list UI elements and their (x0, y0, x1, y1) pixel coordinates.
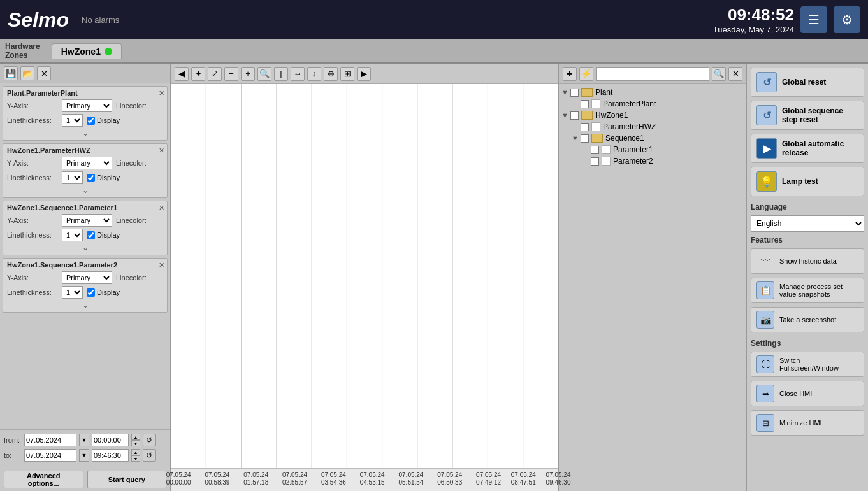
tree-node-3[interactable]: ParameterHWZ (561, 121, 744, 132)
open-button[interactable]: 📂 (20, 66, 34, 80)
switch-fullscreen-button[interactable]: ⛶ SwitchFullscreen/Window (751, 352, 864, 377)
take-screenshot-icon: 📷 (756, 311, 774, 329)
settings-icon-btn[interactable]: ☰ (800, 6, 827, 33)
y-axis-label-3: Y-Axis: (7, 274, 58, 281)
y-axis-select-0[interactable]: Primary Secondary (62, 99, 112, 112)
display-checkbox-0[interactable] (87, 117, 95, 125)
tree-node-0[interactable]: ▼ Plant (561, 87, 744, 98)
tree-expand-4[interactable]: ▼ (572, 134, 579, 142)
show-historic-icon: 〰 (756, 252, 774, 270)
time-axis-label-10: 07.05.2409:46:30 (546, 471, 571, 487)
lightning-btn[interactable]: ⚡ (579, 67, 593, 81)
param-card-close-2[interactable]: ✕ (159, 204, 164, 212)
chart-separator-v[interactable]: | (274, 67, 288, 81)
chart-nav-left[interactable]: ◀ (175, 67, 189, 81)
param-card-close-1[interactable]: ✕ (159, 146, 164, 155)
global-reset-button[interactable]: ↺ Global reset (751, 68, 864, 97)
add-node-btn[interactable]: + (563, 67, 577, 81)
global-seq-reset-label: Global sequencestep reset (782, 106, 843, 124)
chart-zoom-fit[interactable]: ⤢ (208, 67, 222, 81)
to-time-down[interactable]: ▼ (131, 455, 140, 462)
thickness-select-0[interactable]: 1 2 3 (62, 114, 83, 127)
display-checkbox-3[interactable] (87, 288, 95, 297)
chart-arrows-v[interactable]: ↕ (307, 67, 321, 81)
thickness-select-3[interactable]: 1 2 3 (62, 286, 83, 299)
tree-checkbox-3[interactable] (581, 123, 589, 131)
chart-zoom-plus[interactable]: + (241, 67, 255, 81)
y-axis-select-1[interactable]: Primary Secondary (62, 157, 112, 169)
chart-nav-right[interactable]: ▶ (357, 67, 371, 81)
tree-expand-5[interactable] (582, 146, 590, 153)
tree-node-5[interactable]: Parameter1 (561, 144, 744, 155)
tree-node-label-0: Plant (595, 88, 612, 97)
save-button[interactable]: 💾 (4, 66, 18, 80)
tree-checkbox-1[interactable] (581, 100, 589, 108)
time-axis: 07.05.2400:00:0007.05.2400:58:3907.05.24… (171, 468, 558, 491)
minimize-hmi-button[interactable]: ⊟ Minimize HMI (751, 410, 864, 436)
manage-snapshots-button[interactable]: 📋 Manage process setvalue snapshots (751, 278, 864, 303)
start-query-button[interactable]: Start query (87, 471, 167, 488)
tree-node-4[interactable]: ▼ Sequence1 (561, 132, 744, 144)
tree-clear-btn[interactable]: ✕ (728, 67, 742, 81)
from-calendar-btn[interactable]: ▼ (79, 434, 89, 446)
display-checkbox-label-0: Display (87, 117, 120, 125)
tree-expand-0[interactable]: ▼ (561, 89, 569, 96)
y-axis-select-2[interactable]: Primary Secondary (62, 214, 112, 227)
tree-search-input[interactable] (596, 67, 709, 81)
advanced-options-button[interactable]: Advancedoptions... (4, 471, 83, 488)
y-axis-select-3[interactable]: Primary Secondary (62, 271, 112, 284)
tree-checkbox-6[interactable] (591, 157, 599, 166)
time-axis-label-3: 07.05.2402:55:57 (282, 471, 307, 487)
gear-icon-btn[interactable]: ⚙ (834, 6, 860, 33)
tree-expand-3[interactable] (572, 123, 579, 131)
chart-star-btn[interactable]: ✦ (191, 67, 205, 81)
chart-export[interactable]: ⊞ (340, 67, 354, 81)
language-select[interactable]: English German French Spanish (751, 215, 864, 232)
tree-expand-2[interactable]: ▼ (561, 111, 569, 119)
hwzone1-tab[interactable]: HwZone1 (52, 43, 122, 59)
param-card-title-0: Plant.ParameterPlant (7, 89, 163, 97)
from-time-down[interactable]: ▼ (131, 440, 140, 446)
to-time-up[interactable]: ▲ (131, 449, 140, 455)
tree-checkbox-2[interactable] (570, 111, 579, 120)
chart-zoom-minus[interactable]: − (224, 67, 238, 81)
close-button[interactable]: ✕ (37, 66, 51, 80)
to-time-input[interactable] (92, 449, 129, 462)
display-checkbox-2[interactable] (87, 231, 95, 239)
tree-node-1[interactable]: ParameterPlant (561, 98, 744, 110)
tree-node-6[interactable]: Parameter2 (561, 155, 744, 167)
tree-expand-6[interactable] (582, 157, 590, 165)
global-seq-reset-button[interactable]: ↺ Global sequencestep reset (751, 101, 864, 130)
thickness-select-2[interactable]: 1 2 3 (62, 229, 83, 241)
thickness-select-1[interactable]: 1 2 3 (62, 171, 83, 184)
to-calendar-btn[interactable]: ▼ (79, 449, 89, 462)
from-date-input[interactable] (24, 434, 76, 446)
tree-checkbox-5[interactable] (591, 146, 599, 154)
to-date-input[interactable] (24, 449, 76, 462)
chart-arrows-hv[interactable]: ⊕ (324, 67, 338, 81)
from-time-input[interactable] (92, 434, 129, 446)
close-hmi-button[interactable]: ➡ Close HMI (751, 381, 864, 406)
close-hmi-label: Close HMI (779, 390, 812, 397)
tree-checkbox-4[interactable] (581, 134, 589, 143)
lamp-test-button[interactable]: 💡 Lamp test (751, 167, 864, 196)
show-historic-button[interactable]: 〰 Show historic data (751, 248, 864, 274)
tree-checkbox-0[interactable] (570, 89, 579, 97)
chart-zoom-out[interactable]: 🔍 (257, 67, 271, 81)
from-time-up[interactable]: ▲ (131, 434, 140, 440)
to-label: to: (4, 452, 22, 459)
tree-search-btn[interactable]: 🔍 (712, 67, 726, 81)
take-screenshot-button[interactable]: 📷 Take a screenshot (751, 307, 864, 332)
tree-node-label-6: Parameter2 (613, 157, 653, 166)
display-checkbox-1[interactable] (87, 174, 95, 182)
global-auto-release-button[interactable]: ▶ Global automaticrelease (751, 134, 864, 163)
to-refresh-btn[interactable]: ↺ (143, 449, 156, 462)
from-refresh-btn[interactable]: ↺ (143, 434, 156, 446)
line-color-label-2: Linecolor: (116, 217, 167, 224)
tree-node-2[interactable]: ▼ HwZone1 (561, 110, 744, 121)
thickness-label-2: Linethickness: (7, 231, 58, 239)
chart-arrows-h[interactable]: ↔ (291, 67, 305, 81)
param-card-close-0[interactable]: ✕ (159, 89, 164, 97)
tree-expand-1[interactable] (572, 100, 579, 108)
param-card-close-3[interactable]: ✕ (159, 261, 164, 269)
